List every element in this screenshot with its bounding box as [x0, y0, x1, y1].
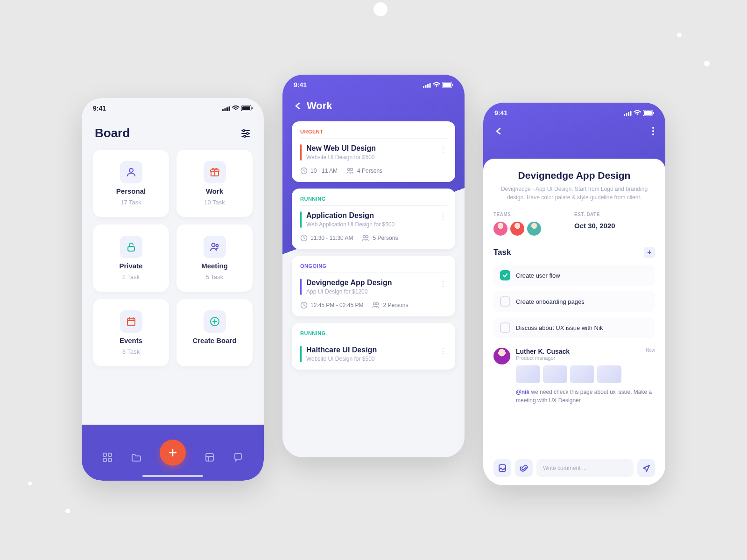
wifi-icon: [634, 110, 641, 116]
task-subtitle: Website UI Design for $500: [306, 356, 447, 362]
task-title: Application Design: [306, 211, 447, 220]
person-icon: [126, 167, 137, 178]
status-icons: [624, 110, 654, 116]
svg-rect-38: [427, 84, 429, 88]
task-checklist: Create user flow Create onboarding pages…: [493, 265, 655, 338]
svg-rect-36: [423, 86, 424, 88]
signal-icon: [624, 111, 632, 116]
board-card-personal[interactable]: Personal 17 Task: [93, 150, 169, 217]
svg-rect-52: [624, 114, 625, 116]
task-card[interactable]: URGENT New Web UI Design Website UI Desi…: [292, 121, 455, 182]
board-grid: Personal 17 Task Work 10 Task Private 2 …: [82, 150, 264, 366]
attachment-thumb[interactable]: [597, 365, 621, 383]
image-button[interactable]: [493, 459, 511, 477]
comment: Luther K. Cusack Product manager Now @ni…: [493, 348, 655, 405]
more-vertical-icon[interactable]: ⋮: [439, 280, 447, 288]
card-title: Personal: [116, 187, 146, 195]
people-icon: [209, 241, 220, 252]
comment-input-bar: Write comment ...: [493, 459, 655, 477]
attachment-thumb[interactable]: [516, 365, 540, 383]
grid-icon[interactable]: [102, 452, 113, 462]
back-icon[interactable]: [294, 102, 302, 110]
people-icon: [346, 167, 354, 175]
clock-icon: [300, 167, 308, 175]
svg-rect-28: [108, 453, 112, 456]
more-vertical-icon[interactable]: ⋮: [439, 145, 447, 154]
checkbox[interactable]: [500, 322, 510, 333]
board-card-events[interactable]: Events 3 Task: [93, 299, 169, 366]
send-button[interactable]: [637, 459, 655, 477]
svg-rect-6: [252, 107, 253, 109]
task-card[interactable]: RUNNING Halthcare UI Design Website UI D…: [292, 323, 455, 370]
status-icons: [222, 105, 253, 111]
commenter-role: Product manager: [516, 355, 570, 361]
folder-icon[interactable]: [131, 452, 141, 462]
svg-rect-62: [499, 465, 506, 471]
board-card-private[interactable]: Private 2 Task: [93, 224, 169, 292]
calendar-icon: [126, 316, 137, 327]
svg-rect-33: [206, 454, 213, 461]
comment-input[interactable]: Write comment ...: [536, 459, 634, 477]
svg-rect-27: [103, 453, 106, 456]
task-subtitle: Website UI Design for $500: [306, 154, 447, 161]
back-icon[interactable]: [494, 127, 503, 135]
signal-icon: [423, 83, 431, 88]
task-title: Halthcare UI Design: [306, 346, 447, 354]
checklist-item[interactable]: Create onboarding pages: [493, 291, 655, 312]
teams-label: TEAMS: [493, 212, 574, 217]
team-avatars: [493, 222, 574, 236]
board-card-create[interactable]: Create Board: [176, 299, 253, 366]
comment-time: Now: [646, 348, 655, 353]
filter-icon[interactable]: [240, 128, 251, 139]
svg-rect-2: [226, 107, 228, 111]
comment-text: @nik we need check this page about ux is…: [516, 388, 655, 405]
task-persons: 5 Persons: [373, 235, 398, 241]
task-card[interactable]: RUNNING Application Design Web Applicati…: [292, 189, 455, 249]
task-card[interactable]: ONGOING Devignedge App Design App UI Des…: [292, 256, 455, 316]
checkbox[interactable]: [500, 270, 510, 280]
more-vertical-icon[interactable]: [652, 127, 654, 135]
svg-point-51: [376, 303, 379, 305]
svg-point-10: [243, 130, 245, 132]
task-title: New Web UI Design: [306, 144, 447, 153]
work-screen: 9:41 Work URGENT New Web UI Design Websi…: [282, 75, 465, 457]
status-bar: 9:41: [483, 103, 665, 123]
section-label: URGENT: [300, 129, 447, 139]
board-card-work[interactable]: Work 10 Task: [176, 150, 253, 217]
clock-icon: [300, 301, 308, 309]
mention[interactable]: @nik: [516, 389, 529, 395]
status-time: 9:41: [294, 81, 307, 89]
checklist-item[interactable]: Discuss about UX issue with Nik: [493, 317, 655, 338]
attach-button[interactable]: [515, 459, 533, 477]
svg-point-44: [348, 168, 350, 171]
status-bar: 9:41: [282, 75, 465, 95]
svg-point-50: [374, 303, 376, 305]
chat-icon[interactable]: [233, 452, 243, 462]
battery-icon: [442, 82, 453, 88]
svg-point-47: [363, 236, 366, 238]
commenter-avatar[interactable]: [493, 348, 510, 364]
svg-rect-29: [103, 458, 106, 462]
checkbox[interactable]: [500, 296, 510, 307]
attachment-thumb[interactable]: [570, 365, 594, 383]
avatar[interactable]: [527, 222, 541, 236]
detail-sheet: Devignedge App Design Devignedge - App U…: [483, 159, 665, 485]
board-card-meeting[interactable]: Meeting 5 Task: [176, 224, 253, 292]
layout-icon[interactable]: [204, 452, 215, 462]
task-persons: 4 Persons: [357, 168, 382, 174]
task-title: Devignedge App Design: [306, 279, 447, 287]
add-task-button[interactable]: +: [644, 247, 655, 258]
more-vertical-icon[interactable]: ⋮: [439, 347, 447, 356]
attachment-thumb[interactable]: [543, 365, 567, 383]
svg-rect-0: [222, 109, 224, 111]
priority-bar: [300, 346, 302, 362]
project-title: Devignedge App Design: [493, 170, 655, 181]
svg-point-19: [216, 245, 218, 247]
fab-add-button[interactable]: [160, 440, 186, 466]
checklist-text: Discuss about UX issue with Nik: [516, 324, 603, 331]
avatar[interactable]: [510, 222, 524, 236]
avatar[interactable]: [493, 222, 507, 236]
more-vertical-icon[interactable]: ⋮: [439, 212, 447, 221]
checklist-item[interactable]: Create user flow: [493, 265, 655, 286]
svg-rect-39: [430, 83, 431, 88]
